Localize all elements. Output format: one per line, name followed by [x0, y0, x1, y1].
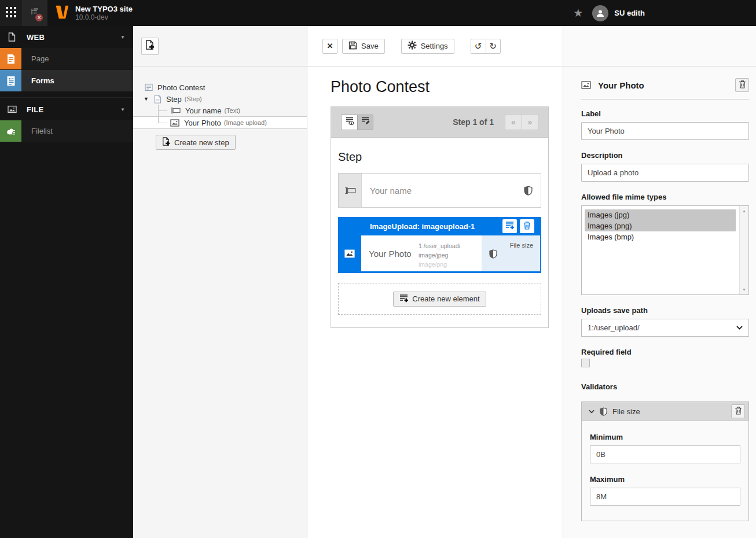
step-counter: Step 1 of 1 [453, 117, 494, 127]
chevron-down-icon [589, 410, 594, 414]
label-field-label: Label [581, 109, 749, 118]
element-validator-badge: File size [482, 235, 540, 271]
new-page-button[interactable] [141, 38, 159, 55]
minimum-input[interactable] [590, 445, 740, 463]
sidebar-item-page[interactable]: Page [0, 48, 133, 69]
mime-option-jpg[interactable]: Images (jpg) [585, 209, 736, 220]
undo-button[interactable]: ↺ [471, 39, 486, 54]
preview-icon [345, 116, 354, 128]
tree-item-your-name[interactable]: Your name (Text) [133, 105, 307, 116]
required-checkbox[interactable] [581, 359, 590, 367]
selected-element-title: ImageUpload: imageupload-1 [370, 222, 475, 231]
typo3-backend: ✕ New TYPO3 site 10.0.0-dev ★ SU edith [0, 0, 756, 538]
settings-button[interactable]: Settings [401, 39, 454, 54]
caret-down-icon[interactable]: ▼ [144, 96, 151, 102]
inspector-panel: Your Photo Label Description Allowed fil… [563, 26, 756, 538]
step-paginator: Step 1 of 1 « » [453, 114, 538, 130]
form-title: Photo Contest [331, 78, 549, 96]
redo-button[interactable]: ↻ [486, 39, 501, 54]
validator-body: Minimum Maximum [582, 433, 748, 521]
tree-item-label: Photo Contest [157, 83, 205, 92]
label-input[interactable] [581, 122, 749, 140]
create-new-element-button[interactable]: Create new element [393, 292, 486, 307]
element-label: Your name [370, 186, 412, 196]
scroll-up-icon[interactable]: ▲ [740, 209, 748, 213]
site-version: 10.0.0-dev [75, 13, 133, 21]
inspector-toolbar [563, 26, 756, 67]
mime-option-bmp[interactable]: Images (bmp) [585, 231, 736, 242]
sidebar-item-label: Forms [21, 76, 54, 85]
save-label: Save [361, 42, 379, 50]
maximum-label: Maximum [590, 475, 740, 484]
description-input[interactable] [581, 164, 749, 182]
stage-scroll-area: Photo Contest [307, 67, 563, 328]
maximum-input[interactable] [590, 488, 740, 506]
forms-module-icon [0, 70, 21, 91]
new-element-icon [505, 221, 514, 231]
create-new-step-label: Create new step [174, 138, 229, 147]
structure-toolbar [133, 26, 307, 67]
edit-mode-button[interactable] [357, 115, 373, 130]
element-image-upload-selected[interactable]: ImageUpload: imageupload-1 [338, 217, 541, 273]
form-root-icon [145, 83, 153, 91]
save-button[interactable]: Save [342, 39, 385, 54]
paginator-buttons: « » [505, 114, 538, 130]
tree-connector-stub [158, 110, 167, 111]
sidebar-item-filelist[interactable]: Filelist [0, 120, 133, 142]
element-your-name[interactable]: Your name [338, 173, 541, 208]
scroll-down-icon[interactable]: ▼ [740, 288, 748, 292]
delete-validator-button[interactable] [731, 404, 745, 418]
create-new-step-button[interactable]: Create new step [156, 135, 236, 150]
preview-mode-button[interactable] [341, 115, 357, 130]
chevron-down-icon [736, 326, 743, 330]
selected-element-header: ImageUpload: imageupload-1 [338, 217, 540, 235]
topbar: ✕ New TYPO3 site 10.0.0-dev ★ SU edith [0, 0, 756, 26]
mime-types-listbox: Images (jpg) Images (png) Images (bmp) ▲… [581, 205, 749, 295]
undo-redo-group: ↺ ↻ [471, 39, 501, 54]
form-structure-tree: Photo Contest ▼ Step (Step) Your name [133, 82, 307, 150]
uploads-save-path-select[interactable]: 1:/user_upload/ [581, 319, 749, 337]
mime-types-label: Allowed file mime types [581, 193, 749, 201]
section-header-web[interactable]: WEB ▼ [0, 26, 133, 48]
topbar-left: ✕ New TYPO3 site 10.0.0-dev [0, 0, 133, 26]
trash-icon [739, 80, 746, 91]
module-menu-toggle-button[interactable] [0, 0, 22, 26]
tree-item-your-photo[interactable]: Your Photo (Image upload) [133, 116, 307, 129]
delete-element-button[interactable] [520, 219, 534, 233]
tree-item-type: (Step) [185, 95, 202, 102]
settings-label: Settings [421, 42, 448, 50]
sidebar-item-label: Filelist [21, 127, 53, 135]
tree-connector-stub [158, 123, 167, 123]
section-header-file[interactable]: FILE ▼ [0, 98, 133, 120]
redo-icon: ↻ [489, 41, 497, 51]
previous-step-button[interactable]: « [505, 114, 522, 130]
meta-mime-1: image/jpeg [419, 250, 460, 260]
new-element-after-button[interactable] [502, 219, 517, 233]
image-upload-icon [581, 81, 591, 89]
close-button[interactable]: ✕ [322, 39, 337, 54]
next-step-button[interactable]: » [522, 114, 538, 130]
gear-icon [408, 40, 417, 51]
listbox-scrollbar[interactable]: ▲ ▼ [739, 206, 748, 294]
sidebar-item-forms[interactable]: Forms [0, 70, 133, 91]
validators-label: Validators [581, 382, 749, 391]
site-brand: New TYPO3 site 10.0.0-dev [47, 0, 133, 26]
selected-element-actions [502, 219, 540, 233]
tree-item-step[interactable]: ▼ Step (Step) [133, 93, 307, 105]
delete-element-button[interactable] [735, 78, 749, 92]
pagetree-toggle-button[interactable]: ✕ [22, 0, 47, 26]
filelist-module-icon [0, 120, 21, 142]
bookmark-star-icon[interactable]: ★ [573, 6, 583, 20]
text-field-icon [170, 107, 181, 114]
trash-icon [735, 406, 742, 417]
image-upload-icon [338, 235, 361, 271]
tree-item-label: Your name [185, 106, 221, 115]
minimum-label: Minimum [590, 433, 740, 441]
user-menu[interactable]: SU edith [592, 5, 645, 21]
validator-header[interactable]: File size [582, 402, 748, 421]
section-label-file: FILE [27, 105, 43, 114]
image-upload-icon [170, 119, 179, 127]
mime-option-png[interactable]: Images (png) [585, 220, 736, 231]
tree-item-form-root[interactable]: Photo Contest [133, 82, 307, 93]
new-page-icon [162, 137, 170, 148]
